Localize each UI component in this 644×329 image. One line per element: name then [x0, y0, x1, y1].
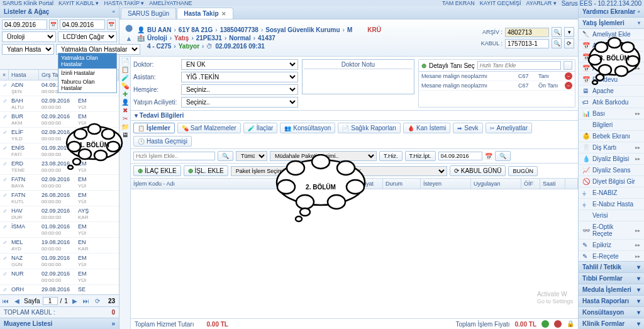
col-close[interactable]: ×	[0, 70, 9, 80]
right-panel-item[interactable]: 📊Bası▸▸	[579, 108, 644, 120]
inner-tab[interactable]: 💊Sarf Malzemeler	[177, 123, 241, 133]
col-hasta[interactable]: Hasta	[9, 70, 39, 80]
grid-col-header[interactable]: Durum	[383, 179, 421, 189]
patient-row[interactable]: ♂ HAVDUR 02.09.201600:00:00 AYŞKAR	[0, 206, 119, 222]
calendar-icon[interactable]: 📅	[49, 20, 58, 30]
right-panel-item[interactable]: ✎Epikriz▸▸	[579, 240, 644, 251]
accordion-section[interactable]: Tahlil / Tetkik▾	[579, 261, 644, 272]
asistan-select[interactable]: YİĞ .TEKİN	[181, 72, 298, 82]
collapse-right-icon[interactable]: »	[638, 9, 640, 14]
dropdown-item[interactable]: Yatmakta Olan Hastalar	[58, 53, 116, 69]
patient-row[interactable]: ♂ NAZGÜN 01.09.201600:00:00 EMYÜI	[0, 254, 119, 269]
search-btn[interactable]: 🔍	[495, 151, 511, 161]
right-panel-item[interactable]: Verisi	[579, 210, 644, 221]
muayene-listesi-tab[interactable]: Muayene Listesi »	[0, 318, 119, 329]
patient-row[interactable]: ♂ FATNBAYA 02.09.201600:00:00 EMYÜI	[0, 175, 119, 191]
tab-hasta-takip[interactable]: Hasta Takip✕	[177, 8, 233, 19]
plus-icon[interactable]: ⊕	[421, 62, 426, 69]
dept-select[interactable]: Üroloji	[2, 31, 56, 42]
doktor-select[interactable]: EN ÜK	[181, 59, 298, 70]
inner-tab[interactable]: 🧪İlaçlar	[243, 123, 278, 133]
hemsire-select[interactable]: Seçiniz..	[181, 84, 298, 95]
ilac-ekle-btn[interactable]: ⊕İLAÇ EKLE	[133, 165, 181, 176]
patient-row[interactable]: ♂ MELAYD 19.08.201600:00:00 ENKAR	[0, 238, 119, 254]
kabul-input[interactable]	[505, 39, 549, 48]
search-icon[interactable]	[564, 61, 572, 70]
accordion-section[interactable]: Konsültasyon▾	[579, 306, 644, 318]
status-dropdown-open[interactable]: Yatmakta Olan Hastalar İzinli Hastalar T…	[58, 53, 117, 93]
right-panel-item[interactable]: 🦷Diş Kartı▸▸	[579, 142, 644, 153]
search-icon[interactable]: 🔍	[552, 27, 562, 37]
inner-tab[interactable]: 📋İşlemler	[133, 123, 175, 133]
topbar-kayit-kabul[interactable]: KAYIT KABUL ▾	[58, 0, 99, 6]
grid-col-header[interactable]: İsteyen	[421, 179, 471, 189]
patient-row[interactable]: ♂ NUR 02.09.201600:00:00 EMYÜI	[0, 269, 119, 285]
topbar-ayarlar[interactable]: AYARLAR ▾	[526, 0, 557, 7]
tool-icon[interactable]: ✚	[123, 91, 128, 98]
accordion-section[interactable]: Medula İşlemleri▾	[579, 284, 644, 295]
arsiv-input[interactable]	[505, 28, 549, 37]
inner-tab[interactable]: ➡Sevk	[453, 123, 482, 133]
tumu-select[interactable]: Tümü	[236, 151, 267, 161]
inner-tab[interactable]: 👥Konsültasyon	[280, 123, 335, 133]
tool-icon[interactable]: 👤	[121, 99, 129, 106]
inner-tab[interactable]: 🕓Hasta Geçmişi	[133, 136, 192, 147]
accordion-section[interactable]: Tıbbi Formlar▾	[579, 272, 644, 284]
pager-page-input[interactable]	[43, 297, 58, 305]
right-panel-item[interactable]: ⏚E-Nabız Hasta	[579, 199, 644, 210]
filter-date-input[interactable]	[438, 152, 482, 160]
right-panel-item[interactable]: 👓E-Optik Reçete▸▸	[579, 221, 644, 240]
pager-refresh-icon[interactable]: ⟳	[93, 296, 102, 305]
accordion-section[interactable]: Klinik Formlar▾	[579, 318, 644, 329]
topbar-ameliyathane[interactable]: AMELİYATHANE	[149, 0, 192, 6]
pager-next-icon[interactable]: ▶	[70, 296, 79, 305]
accordion-section[interactable]: Hasta Raporları▾	[579, 295, 644, 306]
delete-icon[interactable]: −	[565, 72, 572, 80]
inner-tab[interactable]: 📄Sağlık Raporları	[338, 123, 401, 133]
patient-row[interactable]: ♂ İSMA 01.09.201600:00:00 EMYÜI	[0, 222, 119, 238]
tool-icon[interactable]: 💊	[121, 82, 129, 89]
grid-col-header[interactable]: Saati	[540, 179, 565, 189]
status-select[interactable]: Yatan Hasta	[2, 44, 54, 55]
topbar-portal[interactable]: SARUS Klinik Portal	[3, 0, 53, 6]
tedavi-section-title[interactable]: Tedavi Bilgileri	[131, 111, 578, 121]
right-panel-item[interactable]: Bilgileri	[579, 120, 644, 131]
grid-col-header[interactable]	[565, 179, 578, 189]
close-icon[interactable]: ✕	[221, 11, 226, 17]
right-panel-item[interactable]: 📈Diyaliz Seans	[579, 165, 644, 176]
search-btn[interactable]: 🔍	[218, 151, 233, 161]
collapse-left-icon[interactable]: «	[113, 9, 115, 14]
hizli-islem-input[interactable]	[133, 152, 215, 160]
inner-tab[interactable]: 🩸Kan İstemi	[403, 123, 450, 133]
pager-first-icon[interactable]: ⏮	[1, 296, 10, 305]
yatis-islemleri-header[interactable]: Yatış İşlemleri ▾	[579, 18, 644, 29]
kabul-gunu-btn[interactable]: ⟳KABUL GÜNÜ	[450, 165, 506, 176]
dropdown-item[interactable]: İzinli Hastalar	[58, 69, 116, 77]
patient-row[interactable]: ♂ FATNKUTL 26.08.201600:00:00 EMYÜI	[0, 191, 119, 206]
pager-prev-icon[interactable]: ◀	[13, 296, 21, 305]
topbar-hasta-takip[interactable]: HASTA TAKİP ▾	[104, 0, 144, 6]
right-panel-item[interactable]: 🖥Apache	[579, 86, 644, 97]
date-to-input[interactable]	[60, 20, 105, 30]
isl-ekle-btn[interactable]: ⊕İŞL. EKLE	[184, 165, 228, 176]
chevron-down-icon[interactable]: ▾	[564, 27, 574, 37]
tool-icon[interactable]: ✖	[123, 107, 128, 114]
nav-icon[interactable]: ⬤	[124, 23, 134, 33]
right-panel-item[interactable]: 🏷Atık Barkodu	[579, 97, 644, 108]
inner-tab[interactable]: ✂Ameliyatlar	[486, 123, 532, 133]
right-panel-item[interactable]: 👶Bebek Ekranı	[579, 131, 644, 142]
aciliyet-select[interactable]: Seçiniz..	[181, 97, 298, 108]
dept2-select[interactable]: LCD'den Çağır	[58, 31, 117, 42]
right-panel-item[interactable]: ⏚E-NABIZ	[579, 187, 644, 199]
topbar-tam-ekran[interactable]: TAM EKRAN	[442, 0, 475, 7]
patient-row[interactable]: ♂ ORHOFL 29.08.201600:00:00 SEYÜI	[0, 285, 119, 294]
tab-sarus-bugun[interactable]: SARUS Bugün	[121, 8, 176, 19]
date-from-input[interactable]	[2, 20, 47, 30]
grid-col-header[interactable]: İşlem Kodu - Adı	[131, 179, 282, 189]
dropdown-item[interactable]: Taburcu Olan Hastalar	[58, 77, 116, 92]
calendar-icon[interactable]: 📅	[107, 20, 116, 30]
right-panel-item[interactable]: ✎E-Reçete▸▸	[579, 251, 644, 261]
delete-icon[interactable]: −	[565, 82, 572, 89]
right-panel-item[interactable]: 💧Diyaliz Bilgisi▸▸	[579, 153, 644, 165]
thiz-ipt-btn[interactable]: T.Hiz.İpt.	[405, 151, 436, 161]
